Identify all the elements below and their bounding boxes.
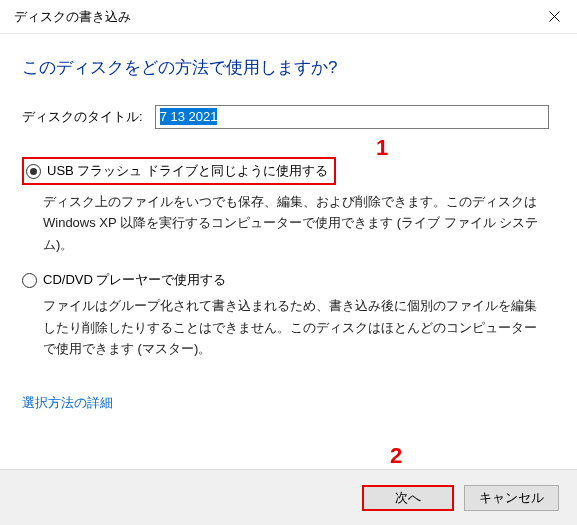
window-title: ディスクの書き込み [14,8,131,26]
annotation-2: 2 [390,443,402,469]
option-usb-flash-highlight: USB フラッシュ ドライブと同じように使用する [22,157,336,185]
option-usb-flash-label: USB フラッシュ ドライブと同じように使用する [47,162,328,180]
option-cd-dvd-label: CD/DVD プレーヤーで使用する [43,271,226,289]
annotation-1: 1 [376,135,388,161]
radio-cd-dvd[interactable] [22,273,37,288]
dialog-footer: 次へ キャンセル [0,469,577,525]
option-usb-flash[interactable]: 1 USB フラッシュ ドライブと同じように使用する ディスク上のファイルをいつ… [22,157,549,255]
disc-title-input-wrap: 7 13 2021 [155,105,549,129]
disc-title-input[interactable]: 7 13 2021 [155,105,549,129]
disc-title-label: ディスクのタイトル: [22,108,143,126]
close-button[interactable] [531,0,577,34]
dialog-content: このディスクをどの方法で使用しますか? ディスクのタイトル: 7 13 2021… [0,34,577,412]
option-cd-dvd-desc: ファイルはグループ化されて書き込まれるため、書き込み後に個別のファイルを編集した… [22,295,549,359]
option-usb-flash-desc: ディスク上のファイルをいつでも保存、編集、および削除できます。このディスクは W… [22,191,549,255]
help-link[interactable]: 選択方法の詳細 [22,394,113,412]
radio-usb-flash[interactable] [26,164,41,179]
titlebar: ディスクの書き込み [0,0,577,34]
dialog-heading: このディスクをどの方法で使用しますか? [22,56,549,79]
disc-title-value: 7 13 2021 [160,108,218,125]
disc-title-row: ディスクのタイトル: 7 13 2021 [22,105,549,129]
next-button[interactable]: 次へ [362,485,454,511]
option-cd-dvd[interactable]: CD/DVD プレーヤーで使用する ファイルはグループ化されて書き込まれるため、… [22,271,549,359]
cancel-button[interactable]: キャンセル [464,485,559,511]
close-icon [549,11,560,22]
